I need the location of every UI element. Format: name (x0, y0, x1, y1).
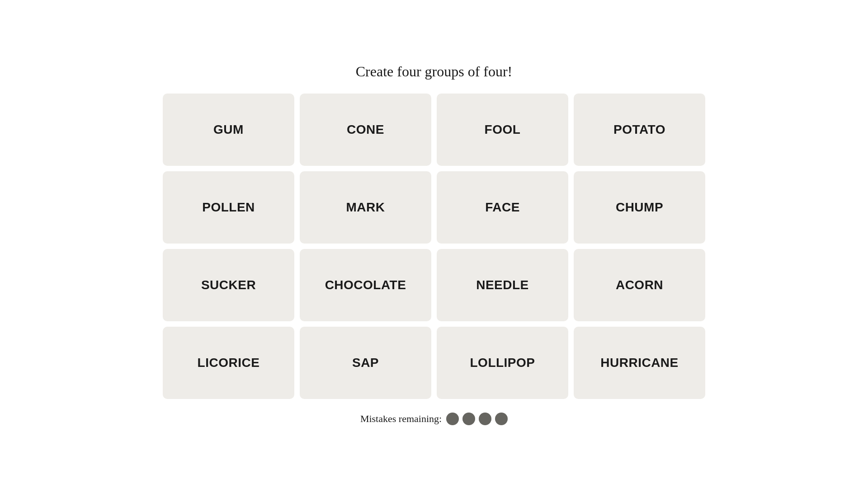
tile-potato[interactable]: POTATO (574, 94, 705, 166)
tile-lollipop[interactable]: LOLLIPOP (437, 327, 568, 399)
page-title: Create four groups of four! (356, 63, 513, 80)
tile-cone[interactable]: CONE (300, 94, 431, 166)
mistake-dot-1 (446, 413, 459, 425)
tile-label-chocolate: CHOCOLATE (325, 278, 406, 292)
tile-label-acorn: ACORN (616, 278, 663, 292)
tile-face[interactable]: FACE (437, 171, 568, 244)
mistake-dot-4 (495, 413, 508, 425)
tile-label-mark: MARK (346, 200, 385, 215)
tile-label-face: FACE (485, 200, 520, 215)
tile-pollen[interactable]: POLLEN (163, 171, 294, 244)
tile-chump[interactable]: CHUMP (574, 171, 705, 244)
tile-sucker[interactable]: SUCKER (163, 249, 294, 321)
tile-fool[interactable]: FOOL (437, 94, 568, 166)
mistakes-section: Mistakes remaining: (360, 413, 508, 425)
mistakes-label: Mistakes remaining: (360, 413, 442, 425)
tile-hurricane[interactable]: HURRICANE (574, 327, 705, 399)
tile-acorn[interactable]: ACORN (574, 249, 705, 321)
tile-label-sap: SAP (352, 356, 379, 370)
mistakes-dots (446, 413, 508, 425)
tile-label-licorice: LICORICE (198, 356, 260, 370)
tile-gum[interactable]: GUM (163, 94, 294, 166)
tile-label-potato: POTATO (613, 122, 665, 137)
mistake-dot-2 (462, 413, 475, 425)
tile-label-fool: FOOL (485, 122, 521, 137)
tile-needle[interactable]: NEEDLE (437, 249, 568, 321)
tile-label-hurricane: HURRICANE (600, 356, 679, 370)
tile-label-lollipop: LOLLIPOP (470, 356, 535, 370)
tile-label-cone: CONE (347, 122, 384, 137)
game-container: Create four groups of four! GUMCONEFOOLP… (163, 63, 705, 425)
tile-grid: GUMCONEFOOLPOTATOPOLLENMARKFACECHUMPSUCK… (163, 94, 705, 399)
tile-label-gum: GUM (213, 122, 244, 137)
tile-label-sucker: SUCKER (201, 278, 256, 292)
tile-label-pollen: POLLEN (202, 200, 255, 215)
tile-chocolate[interactable]: CHOCOLATE (300, 249, 431, 321)
tile-mark[interactable]: MARK (300, 171, 431, 244)
tile-sap[interactable]: SAP (300, 327, 431, 399)
tile-label-needle: NEEDLE (476, 278, 529, 292)
tile-licorice[interactable]: LICORICE (163, 327, 294, 399)
tile-label-chump: CHUMP (616, 200, 663, 215)
mistake-dot-3 (479, 413, 491, 425)
